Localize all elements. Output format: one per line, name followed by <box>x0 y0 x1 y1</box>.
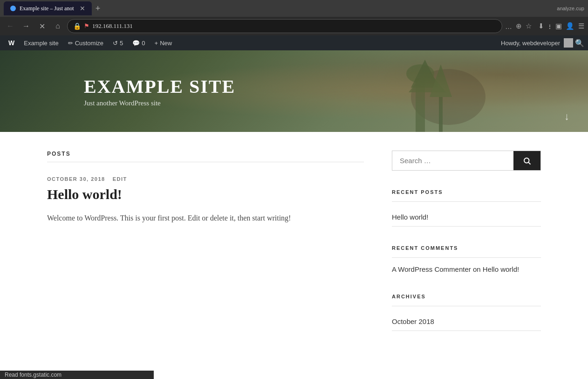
address-bar[interactable]: 🔒 ⚑ 192.168.111.131 <box>67 19 502 33</box>
recent-comments-widget: RECENT COMMENTS A WordPress Commenter on… <box>392 245 541 275</box>
commenter-link[interactable]: A WordPress Commenter <box>392 265 471 273</box>
search-widget <box>392 151 541 171</box>
sidebar: RECENT POSTS Hello world! RECENT COMMENT… <box>392 151 541 350</box>
address-text: 192.168.111.131 <box>92 22 133 30</box>
archives-widget: ARCHIVES October 2018 <box>392 294 541 331</box>
archives-divider <box>392 306 541 306</box>
admin-search-button[interactable]: 🔍 <box>575 39 584 48</box>
site-subtitle: Just another WordPress site <box>84 99 235 107</box>
posts-section-label: POSTS <box>47 151 364 162</box>
customize-icon: ✏ <box>68 40 73 47</box>
updates-count: 5 <box>120 40 123 47</box>
list-item: Hello world! <box>392 208 541 227</box>
address-actions: … ⊕ ☆ <box>505 22 532 30</box>
new-item[interactable]: + New <box>150 35 177 50</box>
posts-area: POSTS OCTOBER 30, 2018 EDIT Hello world!… <box>47 151 364 350</box>
recent-posts-title: RECENT POSTS <box>392 189 541 195</box>
tab-title: Example site – Just anot <box>20 5 74 12</box>
svg-point-7 <box>524 158 529 163</box>
account-button[interactable]: 👤 <box>566 22 574 30</box>
svg-line-8 <box>528 162 530 164</box>
hero-section: EXAMPLE SITE Just another WordPress site… <box>0 50 588 132</box>
browser-right-icons: ⬇ ⫶ ▣ 👤 ☰ <box>538 22 584 30</box>
comments-item[interactable]: 💬 0 <box>128 35 150 50</box>
svg-rect-5 <box>439 97 443 132</box>
updates-icon: ↺ <box>113 40 118 47</box>
post-content: Welcome to WordPress. This is your first… <box>47 212 364 224</box>
post-meta: OCTOBER 30, 2018 EDIT <box>47 176 364 182</box>
browser-tabs: Example site – Just anot ✕ + <box>4 1 553 15</box>
search-input[interactable] <box>392 151 513 170</box>
on-text: on <box>473 265 483 273</box>
reload-button[interactable]: ✕ <box>35 20 48 33</box>
new-label: New <box>160 40 172 47</box>
wp-logo-icon: W <box>8 39 14 47</box>
recent-post-link[interactable]: Hello world! <box>392 213 428 221</box>
active-tab[interactable]: Example site – Just anot ✕ <box>4 1 92 15</box>
post-text: Welcome to WordPress. This is your first… <box>47 212 364 224</box>
post-date: OCTOBER 30, 2018 <box>47 176 105 182</box>
home-button[interactable]: ⌂ <box>51 20 64 33</box>
search-icon <box>523 157 531 165</box>
browser-chrome: Example site – Just anot ✕ + analyze.cup… <box>0 0 588 35</box>
site-title: EXAMPLE SITE <box>84 76 235 97</box>
archives-list: October 2018 <box>392 313 541 331</box>
browser-toolbar-right: analyze.cup <box>557 6 584 11</box>
updates-item[interactable]: ↺ 5 <box>108 35 128 50</box>
wp-admin-bar-right: Howdy, webdeveloper 🔍 <box>501 38 584 48</box>
recent-comments-divider <box>392 257 541 258</box>
security-icon: 🔒 <box>73 22 81 30</box>
hero-image <box>355 50 495 132</box>
browser-nav: ← → ✕ ⌂ 🔒 ⚑ 192.168.111.131 … ⊕ ☆ ⬇ ⫶ ▣ … <box>0 17 588 35</box>
back-button[interactable]: ← <box>4 20 17 33</box>
new-icon: + <box>155 40 158 47</box>
search-submit-button[interactable] <box>513 151 540 170</box>
avatar-icon <box>564 38 573 48</box>
customize-item[interactable]: ✏ Customize <box>63 35 108 50</box>
search-form <box>392 151 541 171</box>
tab-favicon <box>10 6 16 11</box>
scroll-down-arrow[interactable]: ↓ <box>564 110 569 123</box>
howdy-text: Howdy, webdeveloper <box>501 40 560 47</box>
recent-comments-title: RECENT COMMENTS <box>392 245 541 251</box>
recent-comment-text: A WordPress Commenter on Hello world! <box>392 264 541 275</box>
browser-titlebar: Example site – Just anot ✕ + analyze.cup <box>0 0 588 17</box>
wp-logo-item[interactable]: W <box>4 35 19 50</box>
download-button[interactable]: ⬇ <box>538 22 544 30</box>
new-tab-button[interactable]: + <box>92 4 104 14</box>
archive-link[interactable]: October 2018 <box>392 317 434 325</box>
history-button[interactable]: ⫶ <box>548 22 552 30</box>
commented-post-link[interactable]: Hello world! <box>483 265 519 273</box>
example-site-label: Example site <box>24 40 58 47</box>
hero-content: EXAMPLE SITE Just another WordPress site <box>84 76 235 107</box>
comments-icon: 💬 <box>132 40 140 47</box>
example-site-item[interactable]: Example site <box>19 35 63 50</box>
bookmark-button[interactable]: ☆ <box>526 22 532 30</box>
menu-button[interactable]: ☰ <box>578 22 584 30</box>
comments-count: 0 <box>142 40 145 47</box>
recent-posts-widget: RECENT POSTS Hello world! <box>392 189 541 227</box>
wp-admin-bar: W Example site ✏ Customize ↺ 5 💬 0 + New… <box>0 35 588 50</box>
post-article: OCTOBER 30, 2018 EDIT Hello world! Welco… <box>47 176 364 224</box>
recent-posts-divider <box>392 201 541 202</box>
analyze-cup-text: analyze.cup <box>557 6 584 11</box>
tab-close-button[interactable]: ✕ <box>80 5 85 13</box>
forward-button[interactable]: → <box>20 20 33 33</box>
warning-icon: ⚑ <box>84 22 89 30</box>
pocket-button[interactable]: ⊕ <box>516 22 522 30</box>
archives-title: ARCHIVES <box>392 294 541 299</box>
post-edit-link[interactable]: EDIT <box>113 176 127 182</box>
customize-label: Customize <box>75 40 103 47</box>
more-options-button[interactable]: … <box>505 22 512 30</box>
recent-posts-list: Hello world! <box>392 208 541 227</box>
sync-button[interactable]: ▣ <box>555 22 562 30</box>
list-item: October 2018 <box>392 313 541 331</box>
site-main: POSTS OCTOBER 30, 2018 EDIT Hello world!… <box>38 132 550 368</box>
post-title: Hello world! <box>47 186 364 202</box>
